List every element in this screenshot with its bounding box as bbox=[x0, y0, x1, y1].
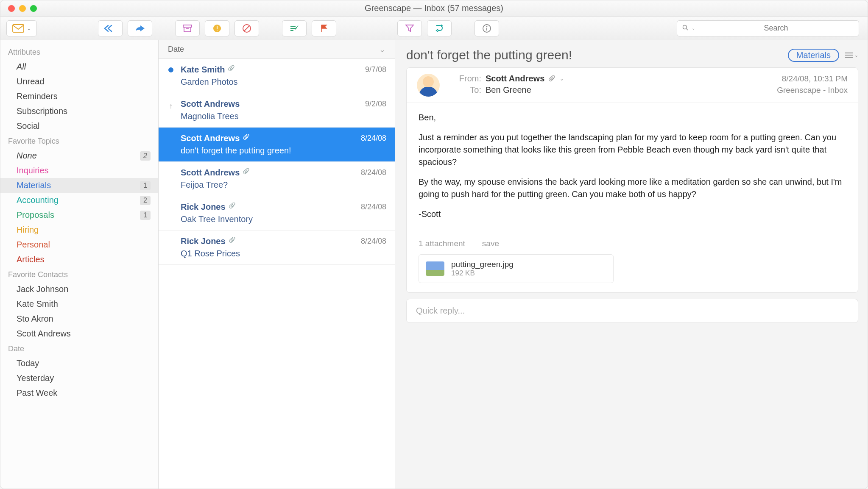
row-indicator bbox=[167, 133, 175, 136]
from-value[interactable]: Scott Andrews bbox=[486, 74, 544, 83]
message-row[interactable]: ↑Scott Andrews9/2/08Magnolia Trees bbox=[159, 93, 395, 128]
flag-button[interactable] bbox=[312, 20, 336, 36]
quick-reply-input[interactable] bbox=[416, 306, 848, 316]
search-input[interactable] bbox=[698, 24, 854, 33]
mark-spam-button[interactable] bbox=[205, 20, 229, 36]
block-icon bbox=[242, 24, 251, 33]
main-layout: Attributes AllUnreadRemindersSubscriptio… bbox=[0, 40, 868, 489]
message-subject: don't forget the putting green! bbox=[181, 146, 386, 156]
sidebar-item-label: All bbox=[17, 62, 26, 72]
filter-button[interactable] bbox=[397, 20, 422, 36]
message-timestamp: 8/24/08, 10:31 PM bbox=[782, 74, 848, 83]
sidebar-item[interactable]: Articles bbox=[0, 252, 158, 267]
message-row[interactable]: Scott Andrews8/24/08Feijoa Tree? bbox=[159, 162, 395, 196]
view-options-button[interactable]: ⌄ bbox=[845, 52, 858, 58]
mailbox-dropdown-button[interactable]: ⌄ bbox=[6, 20, 37, 36]
message-list: Date ⌄ Kate Smith9/7/08Garden Photos↑Sco… bbox=[159, 40, 395, 489]
info-icon bbox=[482, 24, 491, 33]
sidebar-item[interactable]: Unread bbox=[0, 74, 158, 89]
sidebar-item-label: Jack Johnson bbox=[17, 284, 68, 294]
from-label: From: bbox=[447, 74, 481, 83]
search-field[interactable]: ⌄ bbox=[677, 20, 859, 36]
compose-button[interactable] bbox=[282, 20, 307, 36]
attachment-item[interactable]: putting_green.jpg 192 KB bbox=[419, 254, 614, 283]
topic-tag[interactable]: Materials bbox=[788, 49, 839, 62]
attachment-thumbnail bbox=[426, 261, 444, 276]
chevron-down-icon: ⌄ bbox=[27, 25, 31, 31]
block-button[interactable] bbox=[234, 20, 259, 36]
sidebar-item-label: Sto Akron bbox=[17, 314, 53, 324]
sender-name: Kate Smith bbox=[181, 65, 225, 75]
sidebar-item[interactable]: Inquiries bbox=[0, 163, 158, 178]
reply-all-button[interactable] bbox=[98, 20, 123, 36]
archive-button[interactable] bbox=[175, 20, 200, 36]
svg-line-8 bbox=[244, 26, 249, 31]
sidebar-item-label: Personal bbox=[17, 240, 50, 250]
count-badge: 1 bbox=[140, 211, 151, 220]
count-badge: 2 bbox=[140, 196, 151, 205]
sidebar-item[interactable]: Hiring bbox=[0, 222, 158, 237]
window-title: Greenscape — Inbox (57 messages) bbox=[365, 3, 503, 13]
sidebar-item-label: Hiring bbox=[17, 225, 39, 235]
close-window-button[interactable] bbox=[8, 5, 15, 12]
attachment-bar: 1 attachment save bbox=[407, 236, 858, 253]
message-row[interactable]: Kate Smith9/7/08Garden Photos bbox=[159, 59, 395, 93]
zoom-window-button[interactable] bbox=[30, 5, 37, 12]
sidebar-item[interactable]: None2 bbox=[0, 148, 158, 163]
sidebar-item[interactable]: Scott Andrews bbox=[0, 326, 158, 341]
smart-filter-button[interactable] bbox=[427, 20, 452, 36]
info-button[interactable] bbox=[474, 20, 499, 36]
unread-dot-icon bbox=[168, 67, 173, 72]
sidebar-item-label: Articles bbox=[17, 255, 45, 264]
message-row[interactable]: Rick Jones8/24/08Oak Tree Inventory bbox=[159, 196, 395, 231]
message-date: 9/2/08 bbox=[365, 100, 386, 108]
sidebar-item-label: Materials bbox=[17, 181, 51, 190]
sidebar-item[interactable]: Past Week bbox=[0, 386, 158, 400]
sort-label: Date bbox=[168, 45, 184, 54]
sidebar-item[interactable]: Yesterday bbox=[0, 371, 158, 386]
sidebar-item[interactable]: Accounting2 bbox=[0, 193, 158, 208]
message-folder: Greenscape - Inbox bbox=[777, 86, 848, 95]
titlebar: Greenscape — Inbox (57 messages) bbox=[0, 0, 868, 17]
minimize-window-button[interactable] bbox=[19, 5, 26, 12]
sidebar-item[interactable]: Sto Akron bbox=[0, 311, 158, 326]
to-value[interactable]: Ben Greene bbox=[486, 85, 531, 95]
sender-name: Scott Andrews bbox=[181, 99, 240, 109]
sidebar-item[interactable]: Subscriptions bbox=[0, 104, 158, 119]
sidebar-item[interactable]: Proposals1 bbox=[0, 208, 158, 222]
sidebar-item[interactable]: Jack Johnson bbox=[0, 282, 158, 297]
message-list-header[interactable]: Date ⌄ bbox=[159, 40, 395, 59]
row-indicator bbox=[167, 202, 175, 205]
sidebar-item[interactable]: Reminders bbox=[0, 89, 158, 104]
svg-point-17 bbox=[683, 25, 687, 29]
sidebar-item[interactable]: Kate Smith bbox=[0, 297, 158, 311]
message-row[interactable]: Scott Andrews8/24/08don't forget the put… bbox=[159, 128, 395, 162]
chevron-down-icon[interactable]: ⌄ bbox=[560, 76, 564, 82]
attachment-icon bbox=[549, 75, 555, 82]
save-attachment-button[interactable]: save bbox=[482, 239, 499, 248]
attachment-icon bbox=[229, 237, 236, 246]
svg-point-15 bbox=[486, 26, 488, 27]
sidebar-item[interactable]: Materials1 bbox=[0, 178, 158, 193]
svg-rect-2 bbox=[184, 27, 191, 32]
message-date: 8/24/08 bbox=[361, 203, 386, 211]
sidebar-item[interactable]: Personal bbox=[0, 237, 158, 252]
sidebar-item[interactable]: Today bbox=[0, 356, 158, 371]
quick-reply[interactable] bbox=[406, 299, 858, 323]
message-subject: Q1 Rose Prices bbox=[181, 249, 386, 258]
sidebar-item-label: Accounting bbox=[17, 195, 59, 205]
reading-header: don't forget the putting green! Material… bbox=[406, 46, 858, 67]
svg-rect-0 bbox=[13, 25, 24, 32]
attachment-icon bbox=[229, 203, 236, 211]
avatar bbox=[417, 74, 440, 97]
compose-icon bbox=[289, 24, 299, 33]
route-icon bbox=[435, 24, 444, 33]
attachment-size: 192 KB bbox=[451, 269, 514, 278]
sidebar-item[interactable]: All bbox=[0, 59, 158, 74]
forward-button[interactable] bbox=[128, 20, 152, 36]
message-card: From: Scott Andrews ⌄ 8/24/08, 10:31 PM … bbox=[406, 67, 858, 293]
attachment-icon bbox=[243, 168, 250, 177]
message-row[interactable]: Rick Jones8/24/08Q1 Rose Prices bbox=[159, 231, 395, 265]
sidebar-item[interactable]: Social bbox=[0, 119, 158, 133]
message-envelope: From: Scott Andrews ⌄ 8/24/08, 10:31 PM … bbox=[407, 68, 858, 103]
